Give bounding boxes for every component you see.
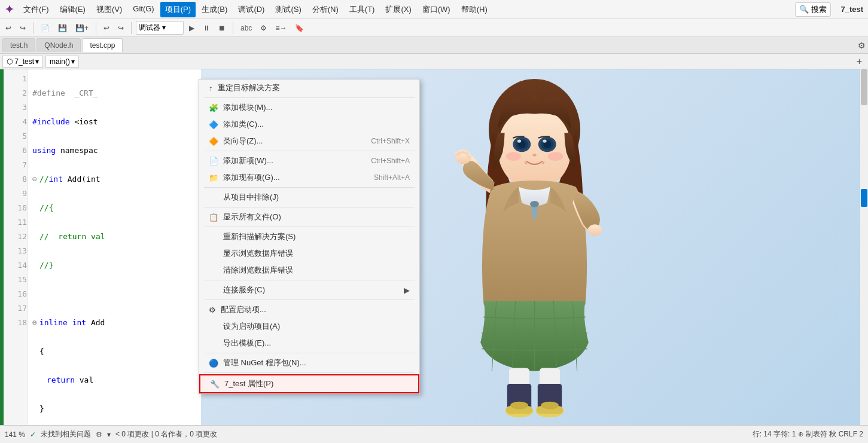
menu-git[interactable]: Git(G)	[128, 2, 159, 17]
menu-export-template[interactable]: 导出模板(E)...	[199, 335, 419, 352]
toolbar-undo[interactable]: ↩	[100, 22, 112, 34]
menu-help[interactable]: 帮助(H)	[456, 2, 492, 17]
toolbar-spelling[interactable]: abc	[237, 22, 255, 34]
show-browse-label: 显示浏览数据库错误	[223, 248, 293, 259]
add-module-label: 添加模块(M)...	[223, 102, 272, 113]
tab-qnode-h[interactable]: QNode.h	[36, 38, 81, 52]
menu-exclude-from-project[interactable]: 从项目中排除(J)	[199, 189, 419, 206]
app-logo: ✦	[5, 3, 14, 16]
tab-test-h[interactable]: test.h	[2, 38, 35, 52]
git-status-text: < 0 项更改 | 0 名作者，0 项更改	[115, 429, 217, 439]
project-dropdown-menu: ↑ 重定目标解决方案 🧩 添加模块(M)... 🔷 添加类(C)... 🔶 类向…	[199, 79, 420, 394]
file-selector-arrow: ▾	[35, 57, 39, 66]
file-selector[interactable]: ⬡ 7_test ▾	[2, 56, 43, 68]
toolbar-new[interactable]: 📄	[38, 22, 53, 34]
menu-view[interactable]: 视图(V)	[92, 2, 127, 17]
git-settings-icon[interactable]: ⚙	[96, 430, 102, 439]
tab-test-cpp[interactable]: test.cpp	[82, 38, 123, 52]
zoom-control[interactable]: 141 %	[5, 430, 25, 439]
menu-analyze[interactable]: 分析(N)	[307, 2, 343, 17]
menu-file[interactable]: 文件(F)	[19, 2, 54, 17]
menu-set-startup[interactable]: 设为启动项目(A)	[199, 318, 419, 335]
debug-config-dropdown[interactable]: 调试器 ▾	[136, 21, 184, 35]
toolbar-bookmark[interactable]: 🔖	[292, 22, 307, 34]
tab-bar: test.h QNode.h test.cpp ⚙	[0, 37, 868, 54]
menu-build[interactable]: 生成(B)	[197, 2, 232, 17]
class-wizard-label: 类向导(Z)...	[223, 136, 263, 146]
toolbar-indent[interactable]: ≡→	[272, 22, 290, 34]
project-name: 7_test	[840, 5, 863, 14]
show-all-files-label: 显示所有文件(O)	[223, 212, 281, 222]
search-placeholder: 搜索	[811, 4, 827, 15]
menu-test[interactable]: 测试(S)	[270, 2, 306, 17]
add-new-item-label: 添加新项(W)...	[223, 155, 273, 166]
menu-class-wizard[interactable]: 🔶 类向导(Z)... Ctrl+Shift+X	[199, 133, 419, 149]
nuget-label: 管理 NuGet 程序包(N)...	[223, 358, 306, 368]
menu-separator-3	[204, 187, 415, 188]
svg-point-30	[510, 402, 528, 410]
toolbar-pause[interactable]: ⏸	[200, 22, 213, 34]
code-line-8	[32, 287, 196, 301]
svg-point-10	[543, 139, 546, 142]
function-selector[interactable]: main() ▾	[45, 56, 79, 68]
scrollbar-accent-thumb[interactable]	[861, 189, 867, 207]
menu-connect-service[interactable]: 连接服务(C) ▶	[199, 282, 419, 298]
menu-separator-9	[204, 372, 415, 373]
toolbar-settings[interactable]: ⚙	[257, 22, 270, 34]
svg-point-2	[498, 108, 571, 190]
configure-startup-icon: ⚙	[209, 305, 216, 314]
debug-config-label: 调试器 ▾	[139, 23, 166, 33]
menu-separator-5	[204, 227, 415, 227]
toolbar-back[interactable]: ↩	[2, 22, 14, 34]
scrollbar-thumb[interactable]	[861, 69, 867, 105]
editor-add-button[interactable]: +	[853, 56, 866, 67]
menu-add-class[interactable]: 🔷 添加类(C)...	[199, 116, 419, 133]
toolbar-stop[interactable]: ⏹	[215, 22, 229, 34]
code-line-9: ⊖inline int Add	[32, 316, 196, 330]
class-wizard-icon: 🔶	[209, 137, 218, 146]
code-editor[interactable]: 12345 678910 1112131415 161718 #define _…	[4, 69, 201, 425]
class-wizard-shortcut: Ctrl+Shift+X	[371, 137, 410, 145]
line-numbers: 12345 678910 1112131415 161718	[4, 69, 28, 425]
code-line-10: {	[32, 344, 196, 359]
right-scrollbar[interactable]	[860, 69, 868, 425]
svg-point-31	[541, 402, 559, 410]
menu-project[interactable]: 项目(P)	[160, 2, 196, 17]
toolbar-run[interactable]: ▶	[186, 22, 197, 34]
menu-add-module[interactable]: 🧩 添加模块(M)...	[199, 99, 419, 116]
toolbar-separator-4	[233, 22, 233, 34]
search-box[interactable]: 🔍 搜索	[795, 2, 831, 17]
health-icon: ✓	[30, 430, 36, 439]
menu-edit[interactable]: 编辑(E)	[55, 2, 90, 17]
menu-tools[interactable]: 工具(T)	[345, 2, 380, 17]
menu-window[interactable]: 窗口(W)	[418, 2, 455, 17]
menu-rescan-solution[interactable]: 重新扫描解决方案(S)	[199, 228, 419, 245]
menu-debug[interactable]: 调试(D)	[233, 2, 269, 17]
connect-arrow: ▶	[404, 286, 410, 295]
toolbar-save[interactable]: 💾	[55, 22, 70, 34]
menu-properties[interactable]: 🔧 7_test 属性(P)	[199, 374, 419, 393]
code-line-11: return val	[32, 373, 196, 387]
health-text: 未找到相关问题	[41, 429, 91, 439]
git-arrow-icon: ▾	[107, 430, 111, 439]
menu-retarget[interactable]: ↑ 重定目标解决方案	[199, 80, 419, 96]
toolbar-separator-3	[131, 22, 132, 34]
menu-manage-nuget[interactable]: 🔵 管理 NuGet 程序包(N)...	[199, 355, 419, 371]
toolbar-save-all[interactable]: 💾+	[72, 22, 92, 34]
menu-show-browse-errors[interactable]: 显示浏览数据库错误	[199, 245, 419, 262]
status-left: 141 % ✓ 未找到相关问题 ⚙ ▾ < 0 项更改 | 0 名作者，0 项更…	[5, 429, 217, 439]
menu-show-all-files[interactable]: 📋 显示所有文件(O)	[199, 209, 419, 225]
add-new-item-icon: 📄	[209, 157, 218, 166]
rescan-label: 重新扫描解决方案(S)	[223, 231, 296, 242]
toolbar-redo[interactable]: ↪	[115, 22, 127, 34]
svg-point-13	[548, 152, 564, 161]
menu-extensions[interactable]: 扩展(X)	[380, 2, 416, 17]
menu-add-existing-item[interactable]: 📁 添加现有项(G)... Shift+Alt+A	[199, 169, 419, 186]
toolbar-forward[interactable]: ↪	[17, 22, 29, 34]
menu-clear-browse-errors[interactable]: 清除浏览数据库错误	[199, 262, 419, 279]
menu-separator-2	[204, 151, 415, 151]
menu-add-new-item[interactable]: 📄 添加新项(W)... Ctrl+Shift+A	[199, 152, 419, 169]
menu-configure-startup[interactable]: ⚙ 配置启动项...	[199, 301, 419, 318]
tab-settings-icon[interactable]: ⚙	[858, 41, 866, 50]
svg-point-21	[588, 224, 602, 236]
